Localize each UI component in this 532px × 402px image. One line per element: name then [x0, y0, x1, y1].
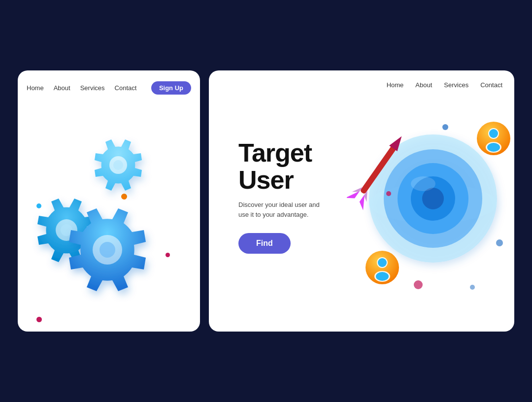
hero-title: Target User: [238, 139, 327, 193]
gear-illustration: [28, 115, 185, 312]
svg-marker-16: [357, 195, 371, 210]
svg-point-30: [496, 239, 503, 246]
left-nav-contact[interactable]: Contact: [115, 84, 137, 92]
left-navbar: Home About Services Contact Sign Up: [18, 70, 200, 95]
svg-point-1: [113, 160, 123, 170]
svg-point-31: [386, 191, 391, 196]
svg-point-29: [442, 124, 448, 130]
svg-point-28: [376, 272, 389, 281]
main-wrapper: Home About Services Contact Sign Up: [3, 70, 529, 332]
signup-button[interactable]: Sign Up: [151, 81, 191, 95]
right-nav-about[interactable]: About: [415, 81, 432, 89]
svg-point-32: [414, 280, 423, 289]
left-nav-services[interactable]: Services: [80, 84, 105, 92]
svg-point-22: [489, 129, 498, 138]
find-button[interactable]: Find: [238, 233, 291, 254]
right-nav-home[interactable]: Home: [387, 81, 404, 89]
svg-point-12: [411, 176, 435, 191]
svg-point-27: [378, 258, 387, 267]
hero-subtitle: Discover your ideal user and use it to y…: [238, 200, 327, 219]
left-nav-home[interactable]: Home: [27, 84, 44, 92]
right-navbar: Home About Services Contact: [209, 70, 514, 89]
left-card: Home About Services Contact Sign Up: [18, 70, 200, 332]
svg-marker-15: [347, 187, 360, 202]
hero-content: Target User Discover your ideal user and…: [238, 139, 327, 254]
svg-point-5: [100, 242, 115, 258]
right-card: Home About Services Contact Target User …: [209, 70, 514, 332]
target-illustration: [347, 100, 514, 317]
svg-point-23: [487, 143, 500, 152]
right-nav-services[interactable]: Services: [444, 81, 468, 89]
right-nav-contact[interactable]: Contact: [480, 81, 502, 89]
dot-4: [36, 317, 42, 322]
svg-point-33: [470, 285, 475, 290]
left-nav-about[interactable]: About: [54, 84, 70, 92]
